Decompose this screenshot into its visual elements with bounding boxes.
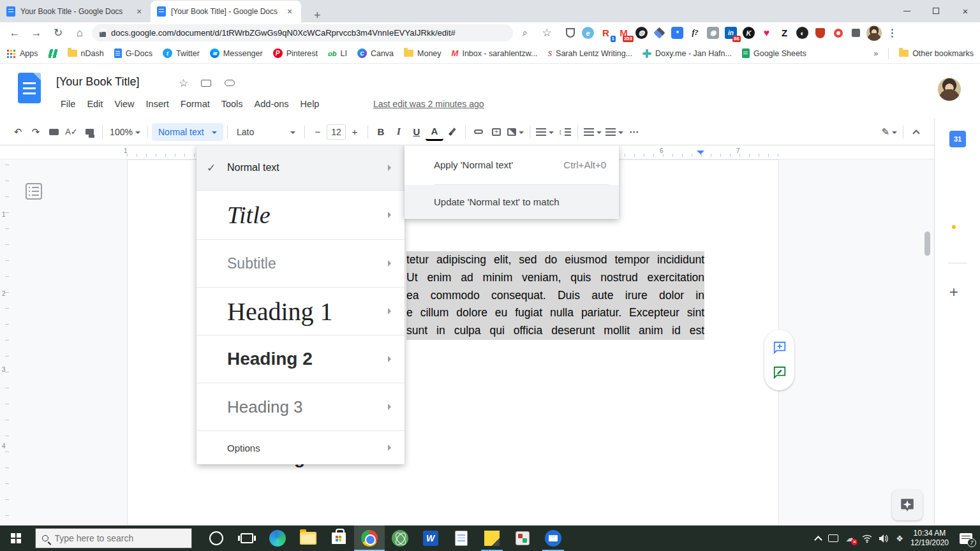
style-option-title[interactable]: Title: [197, 190, 405, 239]
style-option-heading3[interactable]: Heading 3: [197, 383, 405, 430]
add-comment-icon[interactable]: [773, 341, 787, 355]
maximize-button[interactable]: [921, 0, 951, 22]
add-addon-icon[interactable]: +: [949, 283, 958, 301]
store-app-icon[interactable]: [323, 525, 354, 551]
tablet-mode-icon[interactable]: [828, 534, 838, 542]
dark-avatar-extension-icon[interactable]: ◍: [634, 26, 649, 40]
cortana-button[interactable]: [201, 525, 232, 551]
increase-font-icon[interactable]: +: [346, 123, 364, 141]
tray-chevron-icon[interactable]: [815, 534, 821, 543]
more-options-icon[interactable]: ⋯: [625, 123, 643, 141]
numbered-list-icon[interactable]: [582, 123, 604, 141]
font-select[interactable]: Lato: [232, 123, 301, 141]
new-tab-button[interactable]: +: [309, 9, 326, 22]
menu-insert[interactable]: Insert: [142, 97, 174, 111]
selected-line[interactable]: e cillum dolore eu fugiat nulla pariatur…: [406, 304, 704, 322]
line-spacing-icon[interactable]: ↕: [556, 123, 574, 141]
undo-icon[interactable]: ↶: [9, 123, 27, 141]
tab-inactive[interactable]: Your Book Title - Google Docs ×: [0, 1, 151, 22]
menu-format[interactable]: Format: [176, 97, 214, 111]
linkedin-extension-icon[interactable]: in86: [724, 26, 738, 40]
green-atom-app-icon[interactable]: [385, 525, 415, 551]
document-title[interactable]: [Your Book Title]: [56, 75, 139, 89]
style-option-options[interactable]: Options: [197, 430, 405, 464]
z-extension-icon[interactable]: Z: [777, 26, 792, 40]
puzzle-extensions-menu-icon[interactable]: [849, 26, 863, 40]
bulleted-list-icon[interactable]: [604, 123, 625, 141]
insert-image-icon[interactable]: [505, 123, 526, 141]
dropbox-icon[interactable]: ❖: [896, 534, 903, 543]
selected-line[interactable]: ea commodo consequat. Duis aute irure do…: [406, 287, 704, 305]
spellcheck-icon[interactable]: A✓: [63, 123, 80, 141]
reload-icon[interactable]: ↻: [48, 24, 68, 42]
selected-line[interactable]: Ut enim ad minim veniam, quis nostrud ex…: [406, 269, 704, 287]
gmail-extension-icon[interactable]: M353: [616, 26, 631, 40]
browser-menu-icon[interactable]: ⋮: [885, 26, 900, 40]
bookmark-folder-ndash[interactable]: nDash: [68, 49, 104, 58]
zoom-select[interactable]: 100%: [107, 123, 144, 141]
move-folder-icon[interactable]: [201, 77, 211, 87]
zoom-icon[interactable]: ⌕: [516, 24, 535, 42]
forward-icon[interactable]: →: [27, 24, 46, 42]
redo-icon[interactable]: ↷: [27, 123, 45, 141]
k-extension-icon[interactable]: K: [741, 26, 756, 40]
menu-edit[interactable]: Edit: [82, 97, 107, 111]
menu-help[interactable]: Help: [296, 97, 324, 111]
explore-button[interactable]: [892, 490, 923, 520]
editing-mode-icon[interactable]: ✎: [879, 123, 899, 141]
profile-avatar[interactable]: [866, 26, 882, 41]
italic-icon[interactable]: I: [390, 123, 408, 141]
bookmark-star-icon[interactable]: ☆: [537, 24, 556, 42]
bookmark-apps[interactable]: Apps: [6, 49, 38, 58]
minimize-button[interactable]: [892, 0, 921, 22]
start-button[interactable]: [11, 533, 21, 543]
volume-icon[interactable]: [879, 534, 889, 543]
wifi-icon[interactable]: [862, 534, 872, 543]
bookmark-inbox[interactable]: MInbox - sarahlentzw...: [452, 48, 538, 58]
selected-text-block[interactable]: tetur adipiscing elit, sed do eiusmod te…: [406, 251, 704, 340]
scrollbar-thumb[interactable]: [924, 231, 930, 256]
url-text[interactable]: docs.google.com/document/d/1tRWrbZGwGs9q…: [111, 28, 456, 38]
word-app-icon[interactable]: W: [415, 525, 446, 551]
decrease-font-icon[interactable]: −: [309, 123, 327, 141]
selected-line[interactable]: sunt in culpa qui officia deserunt molli…: [406, 322, 704, 340]
style-option-subtitle[interactable]: Subtitle: [197, 239, 405, 287]
mail-app-icon[interactable]: [538, 525, 568, 551]
style-option-heading1[interactable]: Heading 1: [197, 287, 405, 335]
menu-file[interactable]: File: [56, 97, 80, 111]
bookmark-writing[interactable]: SSarah Lentz Writing...: [548, 48, 632, 59]
account-avatar[interactable]: [938, 78, 961, 101]
tab-active[interactable]: [Your Book Title] - Google Docs ×: [151, 1, 301, 22]
collapse-toolbar-icon[interactable]: [907, 123, 925, 141]
notepad-app-icon[interactable]: [446, 525, 477, 551]
taskbar-clock[interactable]: 10:34 AM 12/19/2020: [910, 529, 949, 548]
r-extension-icon[interactable]: R1: [598, 26, 613, 40]
back-icon[interactable]: ←: [5, 24, 24, 42]
action-center-icon[interactable]: 7: [960, 533, 972, 544]
bookmark-pinterest[interactable]: PPinterest: [273, 48, 318, 58]
task-view-button[interactable]: [232, 525, 262, 551]
file-explorer-app-icon[interactable]: [293, 525, 323, 551]
bookmark-doxy[interactable]: Doxy.me - Jan Hafn...: [642, 49, 732, 58]
bookmarks-overflow-chevron[interactable]: »: [873, 49, 878, 58]
bookmark-ndash-site[interactable]: [48, 49, 57, 58]
cube-app-icon[interactable]: [507, 525, 538, 551]
search-input[interactable]: [55, 533, 170, 543]
heart-extension-icon[interactable]: ♥: [759, 26, 774, 40]
selected-line[interactable]: tetur adipiscing elit, sed do eiusmod te…: [406, 251, 704, 269]
tab-close-icon[interactable]: ×: [134, 6, 144, 17]
blue-circle-extension-icon[interactable]: e: [581, 26, 595, 40]
suggest-edits-icon[interactable]: [773, 365, 787, 379]
bookmark-folder-money[interactable]: Money: [404, 49, 442, 58]
bookmark-twitter[interactable]: tTwitter: [163, 48, 200, 58]
update-normal-text-item[interactable]: Update 'Normal text' to match: [405, 185, 619, 218]
indent-marker[interactable]: [697, 151, 704, 158]
menu-view[interactable]: View: [110, 97, 138, 111]
bookmark-sheets[interactable]: Google Sheets: [742, 48, 806, 58]
bold-icon[interactable]: B: [372, 123, 390, 141]
sparkle-extension-icon[interactable]: *: [670, 26, 685, 40]
menu-addons[interactable]: Add-ons: [250, 97, 293, 111]
menu-tools[interactable]: Tools: [217, 97, 248, 111]
close-button[interactable]: ×: [951, 0, 980, 22]
person-extension-icon[interactable]: ◉: [706, 26, 720, 40]
